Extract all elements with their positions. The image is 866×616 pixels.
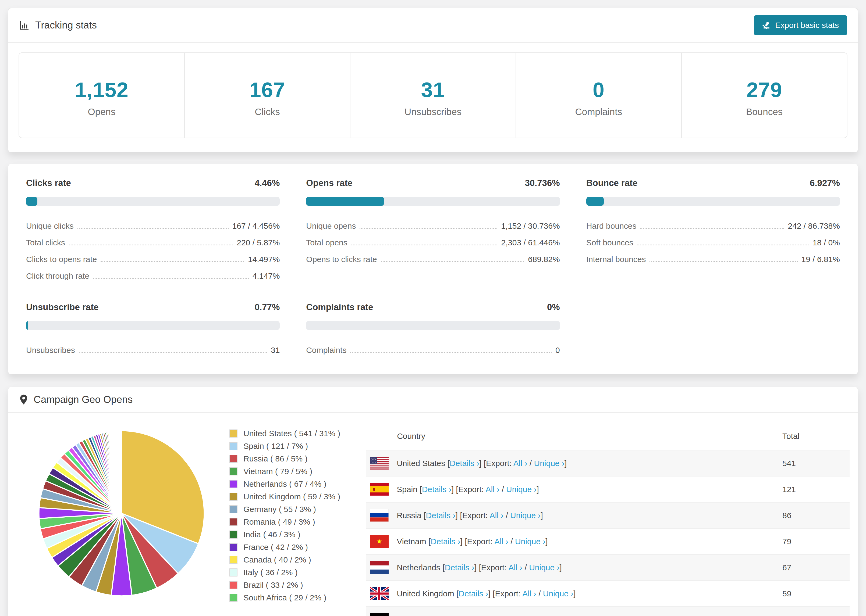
flag-icon-vn [370,535,389,548]
rate-stat-row: Internal bounces 19 / 6.81% [586,251,840,268]
rate-value: 4.46% [255,178,280,188]
details-link[interactable]: Details › [450,459,479,468]
details-link[interactable]: Details › [458,589,488,598]
legend-item: United States ( 541 / 31% ) [230,429,340,438]
details-link[interactable]: Details › [431,537,460,546]
rate-stat-value: 19 / 6.81% [801,255,840,264]
legend-item: Germany ( 55 / 3% ) [230,505,340,514]
legend-swatch [230,569,238,577]
legend-item: Netherlands ( 67 / 4% ) [230,479,340,489]
rate-stat-label: Total clicks [26,238,65,247]
legend-item: South Africa ( 29 / 2% ) [230,593,340,602]
rates-grid: Clicks rate 4.46% Unique clicks 167 / 4.… [8,164,858,374]
rate-value: 0.77% [255,302,280,312]
legend-swatch [230,556,238,564]
stat-complaints: 0 Complaints [516,53,681,138]
country-name: Russia [397,511,422,520]
rate-stat-label: Complaints [306,346,346,355]
legend-swatch [230,480,238,488]
country-name: Germany [397,615,430,616]
export-all-link[interactable]: All › [498,615,512,616]
rate-title: Opens rate [306,178,352,188]
export-unique-link[interactable]: Unique › [519,615,549,616]
map-pin-icon [19,394,28,405]
country-cell-text: Germany [Details ›] [Export: All › / Uni… [397,615,551,616]
rate-stat-value: 689.82% [528,255,560,264]
geo-content: United States ( 541 / 31% ) Spain ( 121 … [8,413,858,616]
legend-swatch [230,531,238,539]
rate-title: Clicks rate [26,178,71,188]
dotted-leader [69,245,233,245]
country-total: 541 [783,450,850,476]
geo-table-row-es: Spain [Details ›] [Export: All › / Uniqu… [366,476,850,502]
tracking-stats-header: Tracking stats Export basic stats [8,8,858,43]
export-all-link[interactable]: All › [490,511,504,520]
rate-value: 6.927% [810,178,840,188]
geo-table-row-de: Germany [Details ›] [Export: All › / Uni… [366,607,850,616]
bar-chart-icon [19,20,30,31]
country-cell-text: Vietnam [Details ›] [Export: All › / Uni… [397,537,548,546]
country-cell-text: Spain [Details ›] [Export: All › / Uniqu… [397,485,539,494]
geo-table-row-nl: Netherlands [Details ›] [Export: All › /… [366,555,850,580]
legend-label: Brazil ( 33 / 2% ) [243,580,303,590]
page: { "tracking": { "title": "Tracking stats… [0,0,866,616]
legend-item: Italy ( 36 / 2% ) [230,568,340,577]
geo-table-row-vn: Vietnam [Details ›] [Export: All › / Uni… [366,528,850,555]
legend-label: Netherlands ( 67 / 4% ) [243,479,326,489]
rate-title: Unsubscribe rate [26,302,99,312]
rate-stat-label: Clicks to opens rate [26,255,97,264]
rate-stat-row: Clicks to opens rate 14.497% [26,251,280,268]
stat-bounces: 279 Bounces [681,53,847,138]
rates-card: Clicks rate 4.46% Unique clicks 167 / 4.… [8,164,858,374]
rate-stat-row: Opens to clicks rate 689.82% [306,251,560,268]
rate-progress-fill [26,197,38,206]
dotted-leader [381,261,524,262]
export-unique-link[interactable]: Unique › [510,511,540,520]
country-name: Netherlands [397,563,440,572]
export-unique-link[interactable]: Unique › [506,485,537,494]
legend-item: Russia ( 86 / 5% ) [230,454,340,464]
rate-block-bounce-rate: Bounce rate 6.927% Hard bounces 242 / 86… [586,178,840,284]
legend-item: Spain ( 121 / 7% ) [230,442,340,451]
legend-label: United Kingdom ( 59 / 3% ) [243,492,340,501]
rate-stat-row: Hard bounces 242 / 86.738% [586,218,840,234]
card-title-text: Campaign Geo Opens [34,394,132,405]
legend-item: France ( 42 / 2% ) [230,543,340,552]
details-link[interactable]: Details › [445,563,474,572]
geo-table-row-gb: United Kingdom [Details ›] [Export: All … [366,580,850,607]
geo-opens-header: Campaign Geo Opens [8,387,858,413]
details-link[interactable]: Details › [426,511,456,520]
details-link[interactable]: Details › [422,485,452,494]
country-cell-text: United States [Details ›] [Export: All ›… [397,459,567,468]
rate-stat-value: 18 / 0% [812,238,840,247]
legend-label: South Africa ( 29 / 2% ) [243,593,326,602]
export-all-link[interactable]: All › [522,589,536,598]
rate-progress-bar [26,197,280,206]
rate-block-unsubscribe-rate: Unsubscribe rate 0.77% Unsubscribes 31 [26,302,280,358]
legend-swatch [230,467,238,475]
export-all-link[interactable]: All › [494,537,508,546]
export-all-link[interactable]: All › [508,563,522,572]
stat-value: 279 [682,78,847,102]
rate-stat-value: 167 / 4.456% [232,222,280,231]
export-all-link[interactable]: All › [513,459,527,468]
legend-swatch [230,581,238,589]
country-name: Spain [397,485,417,494]
stat-unsubscribes: 31 Unsubscribes [350,53,516,138]
export-unique-link[interactable]: Unique › [529,563,559,572]
details-link[interactable]: Details › [435,615,464,616]
geo-table: Country Total United States [Details ›] … [366,424,850,616]
export-basic-stats-button[interactable]: Export basic stats [754,15,847,35]
legend-item: Vietnam ( 79 / 5% ) [230,467,340,476]
dotted-leader [79,352,267,353]
export-unique-link[interactable]: Unique › [534,459,564,468]
export-unique-link[interactable]: Unique › [543,589,573,598]
export-unique-link[interactable]: Unique › [515,537,545,546]
rate-progress-bar [26,321,280,330]
rate-progress-fill [26,321,28,330]
legend-label: Spain ( 121 / 7% ) [243,442,308,451]
rate-stat-label: Unique clicks [26,222,74,231]
export-all-link[interactable]: All › [485,485,499,494]
rate-progress-bar [306,197,560,206]
rate-stat-label: Internal bounces [586,255,646,264]
